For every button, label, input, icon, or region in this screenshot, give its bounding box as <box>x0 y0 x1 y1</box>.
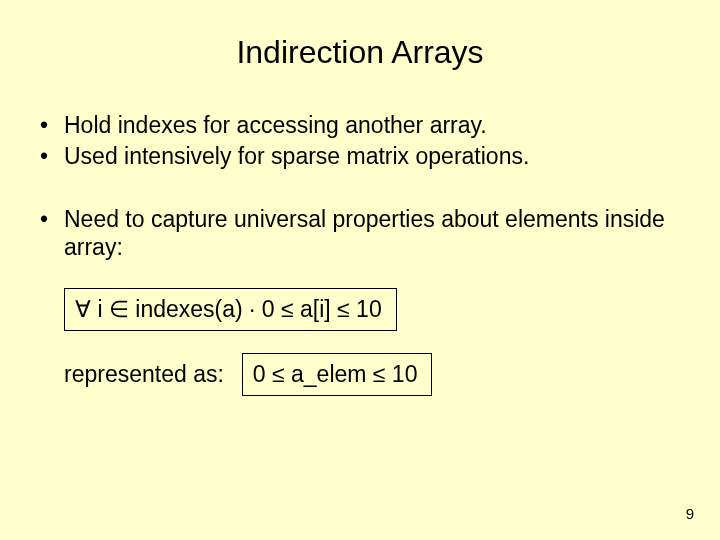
spacer <box>30 331 690 353</box>
page-number: 9 <box>686 505 694 522</box>
bullet-item: Hold indexes for accessing another array… <box>30 111 690 140</box>
slide-title: Indirection Arrays <box>30 34 690 71</box>
spacer <box>30 264 690 286</box>
represented-label: represented as: <box>64 360 224 389</box>
bullet-item: Need to capture universal properties abo… <box>30 205 690 263</box>
slide-content: Hold indexes for accessing another array… <box>30 111 690 396</box>
represented-row: represented as: 0 ≤ a_elem ≤ 10 <box>30 353 690 396</box>
formula-box-representation: 0 ≤ a_elem ≤ 10 <box>242 353 433 396</box>
slide: Indirection Arrays Hold indexes for acce… <box>0 0 720 540</box>
spacer <box>30 173 690 205</box>
bullet-item: Used intensively for sparse matrix opera… <box>30 142 690 171</box>
bullet-list: Need to capture universal properties abo… <box>30 205 690 263</box>
bullet-list: Hold indexes for accessing another array… <box>30 111 690 171</box>
formula-row: ∀ i ∈ indexes(a) · 0 ≤ a[i] ≤ 10 <box>30 288 690 331</box>
formula-box-universal: ∀ i ∈ indexes(a) · 0 ≤ a[i] ≤ 10 <box>64 288 397 331</box>
